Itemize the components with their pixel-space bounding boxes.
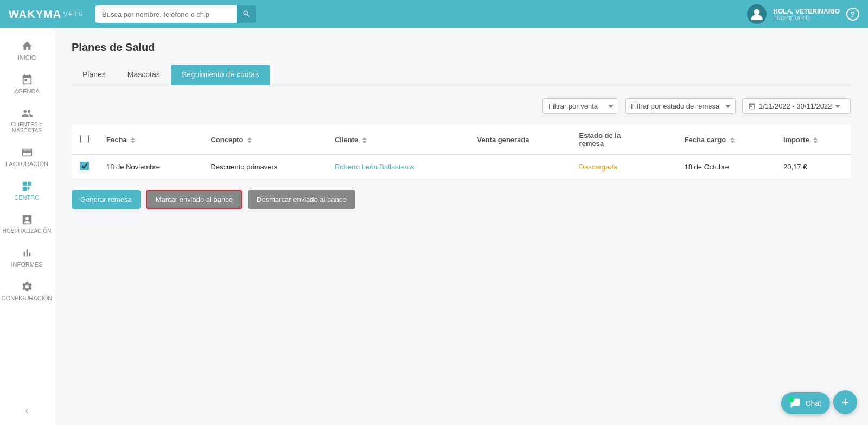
sort-fecha-cargo[interactable] bbox=[730, 137, 735, 143]
th-concepto: Concepto bbox=[202, 125, 326, 155]
chevron-down-icon bbox=[835, 105, 840, 108]
th-estado: Estado de la remesa bbox=[571, 125, 676, 155]
sidebar-label-informes: INFORMES bbox=[11, 261, 42, 268]
tab-seguimiento[interactable]: Seguimiento de cuotas bbox=[171, 65, 270, 85]
sort-fecha[interactable] bbox=[131, 137, 135, 143]
calendar-icon bbox=[21, 74, 33, 86]
row-checkbox-0[interactable] bbox=[80, 162, 89, 170]
sidebar-label-hospitalizacion: HOSPITALIZACIÓN bbox=[3, 228, 51, 234]
chat-icon-wrap bbox=[790, 398, 801, 409]
row-estado: Descargada bbox=[571, 155, 676, 179]
date-range-text: 1/11/2022 - 30/11/2022 bbox=[759, 102, 832, 110]
hospital-icon bbox=[21, 214, 33, 226]
row-importe: 20,17 € bbox=[775, 155, 851, 179]
row-concepto: Descuento primavera bbox=[202, 155, 326, 179]
user-info: HOLA, VETERINARIO PROPIETARIO bbox=[773, 8, 840, 21]
svg-point-2 bbox=[754, 9, 760, 15]
invoice-icon bbox=[21, 147, 33, 158]
user-greeting: HOLA, VETERINARIO bbox=[773, 8, 840, 15]
filter-date[interactable]: 1/11/2022 - 30/11/2022 bbox=[742, 98, 851, 114]
logo: WAKYMA VETS bbox=[9, 8, 85, 21]
logo-text: WAKYMA bbox=[9, 8, 61, 21]
th-importe: Importe bbox=[775, 125, 851, 155]
select-all-checkbox[interactable] bbox=[80, 135, 89, 143]
reports-icon bbox=[21, 247, 33, 259]
th-checkbox bbox=[72, 125, 98, 155]
chat-button[interactable]: Chat bbox=[781, 392, 830, 414]
th-fecha: Fecha bbox=[98, 125, 202, 155]
sidebar-label-configuracion: CONFIGURACIÓN bbox=[2, 295, 53, 301]
sidebar-label-facturacion: FACTURACIÓN bbox=[5, 161, 48, 167]
sidebar-label-agenda: AGENDA bbox=[14, 88, 39, 94]
generar-remesa-button[interactable]: Generar remesa bbox=[72, 190, 141, 209]
svg-line-1 bbox=[247, 14, 250, 16]
filters-row: Filtrar por venta Filtrar por estado de … bbox=[72, 98, 851, 114]
table-row: 18 de Noviembre Descuento primavera Robe… bbox=[72, 155, 851, 179]
sidebar-label-inicio: INICIO bbox=[18, 54, 36, 61]
app-header: WAKYMA VETS HOLA, VETERINARIO PROPIETARI… bbox=[0, 0, 868, 28]
row-venta bbox=[468, 155, 570, 179]
action-buttons: Generar remesa Marcar enviado al banco D… bbox=[72, 190, 851, 209]
settings-icon bbox=[21, 281, 33, 293]
help-icon[interactable]: ? bbox=[846, 8, 859, 21]
home-icon bbox=[21, 40, 33, 52]
search-bar bbox=[95, 5, 312, 23]
sort-cliente[interactable] bbox=[362, 137, 367, 143]
tab-mascotas[interactable]: Mascotas bbox=[117, 65, 171, 85]
user-role: PROPIETARIO bbox=[773, 15, 840, 21]
th-venta: Venta generada bbox=[468, 125, 570, 155]
sidebar-item-agenda[interactable]: AGENDA bbox=[0, 67, 54, 101]
filter-venta[interactable]: Filtrar por venta bbox=[542, 98, 618, 114]
sidebar-item-informes[interactable]: INFORMES bbox=[0, 240, 54, 274]
avatar bbox=[747, 4, 767, 24]
svg-point-0 bbox=[244, 11, 247, 15]
sidebar-label-clientes: CLIENTES Y MASCOTAS bbox=[4, 122, 49, 134]
table-container: Fecha Concepto Cliente Venta generada bbox=[72, 125, 851, 179]
sort-concepto[interactable] bbox=[247, 137, 252, 143]
page-title: Planes de Salud bbox=[72, 41, 851, 54]
th-cliente: Cliente bbox=[326, 125, 469, 155]
sidebar-item-configuracion[interactable]: CONFIGURACIÓN bbox=[0, 274, 54, 308]
sidebar-item-facturacion[interactable]: FACTURACIÓN bbox=[0, 140, 54, 174]
tabs-bar: Planes Mascotas Seguimiento de cuotas bbox=[72, 65, 851, 85]
calendar-filter-icon bbox=[748, 103, 756, 110]
logo-sub: VETS bbox=[63, 11, 84, 17]
header-right: HOLA, VETERINARIO PROPIETARIO ? bbox=[747, 4, 859, 24]
row-fecha: 18 de Noviembre bbox=[98, 155, 202, 179]
row-fecha-cargo: 18 de Octubre bbox=[675, 155, 774, 179]
tab-planes[interactable]: Planes bbox=[72, 65, 117, 85]
sidebar-item-centro[interactable]: CENTRO bbox=[0, 174, 54, 207]
clients-icon bbox=[21, 107, 33, 119]
desmarcar-banco-button[interactable]: Desmarcar enviado al banco bbox=[248, 190, 355, 209]
cuotas-table: Fecha Concepto Cliente Venta generada bbox=[72, 125, 851, 179]
filter-remesa[interactable]: Filtrar por estado de remesa bbox=[625, 98, 736, 114]
row-cliente: Roberto León Ballesteros bbox=[326, 155, 469, 179]
sidebar-item-inicio[interactable]: INICIO bbox=[0, 34, 54, 67]
row-checkbox-cell bbox=[72, 155, 98, 179]
sort-importe[interactable] bbox=[813, 137, 818, 143]
marcar-banco-button[interactable]: Marcar enviado al banco bbox=[146, 190, 242, 209]
chat-label: Chat bbox=[805, 399, 821, 408]
main-content: Planes de Salud Planes Mascotas Seguimie… bbox=[54, 28, 868, 425]
search-input[interactable] bbox=[95, 5, 237, 23]
plus-button[interactable]: + bbox=[833, 390, 857, 414]
sidebar-item-clientes[interactable]: CLIENTES Y MASCOTAS bbox=[0, 101, 54, 140]
client-link[interactable]: Roberto León Ballesteros bbox=[335, 163, 414, 171]
center-icon bbox=[21, 180, 33, 192]
th-fecha-cargo: Fecha cargo bbox=[675, 125, 774, 155]
search-button[interactable] bbox=[237, 5, 256, 23]
sidebar-label-centro: CENTRO bbox=[14, 194, 39, 201]
sidebar-item-hospitalizacion[interactable]: HOSPITALIZACIÓN bbox=[0, 207, 54, 240]
sidebar: INICIO AGENDA CLIENTES Y MASCOTAS FACTUR… bbox=[0, 28, 54, 425]
sidebar-collapse[interactable]: ‹ bbox=[25, 405, 29, 416]
